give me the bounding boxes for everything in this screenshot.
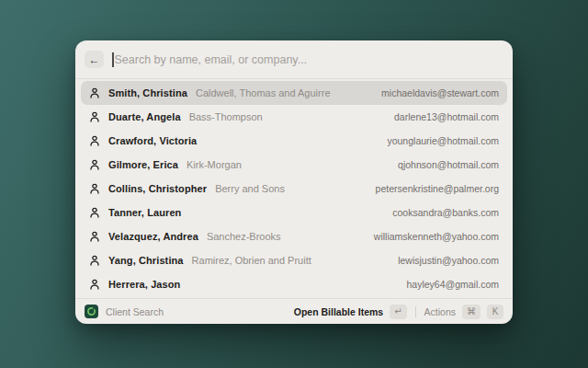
person-icon <box>89 87 100 98</box>
actions-button[interactable]: Actions <box>424 306 456 317</box>
footer-bar: Client Search Open Billable Items ↵ Acti… <box>75 298 513 324</box>
search-input[interactable] <box>115 53 503 66</box>
return-key-badge[interactable]: ↵ <box>390 305 406 319</box>
result-row[interactable]: Tanner, Lauren cooksandra@banks.com <box>81 201 507 224</box>
result-email: petersenkristine@palmer.org <box>376 183 499 194</box>
person-icon <box>89 207 100 218</box>
result-name: Collins, Christopher <box>108 183 207 194</box>
command-palette-window: ← Smith, Christina Caldwell, Thomas and … <box>75 40 513 324</box>
result-company: Ramirez, Obrien and Pruitt <box>192 255 311 266</box>
result-row[interactable]: Herrera, Jason hayley64@gmail.com <box>81 272 507 296</box>
result-email: darlene13@hotmail.com <box>394 111 499 122</box>
search-bar: ← <box>75 40 513 79</box>
result-email: younglaurie@hotmail.com <box>387 135 499 146</box>
result-row[interactable]: Smith, Christina Caldwell, Thomas and Ag… <box>81 81 507 105</box>
back-button[interactable]: ← <box>85 51 104 68</box>
result-email: michaeldavis@stewart.com <box>381 87 499 98</box>
person-icon <box>89 183 100 194</box>
result-name: Duarte, Angela <box>108 111 181 122</box>
footer-divider <box>415 306 416 317</box>
result-company: Caldwell, Thomas and Aguirre <box>196 87 331 98</box>
result-company: Bass-Thompson <box>189 111 263 122</box>
result-company: Kirk-Morgan <box>187 159 242 170</box>
result-row[interactable]: Collins, Christopher Berry and Sons pete… <box>81 177 507 201</box>
person-icon <box>89 231 100 242</box>
result-row[interactable]: Gilmore, Erica Kirk-Morgan qjohnson@hotm… <box>81 153 507 177</box>
k-key-badge[interactable]: K <box>487 305 503 319</box>
result-name: Tanner, Lauren <box>108 207 181 218</box>
person-icon <box>89 255 100 266</box>
result-email: qjohnson@hotmail.com <box>398 159 499 170</box>
result-email: lewisjustin@yahoo.com <box>398 255 499 266</box>
client-search-app-icon <box>85 305 98 318</box>
result-row[interactable]: Yang, Christina Ramirez, Obrien and Prui… <box>81 248 507 272</box>
footer-app-label: Client Search <box>106 306 164 317</box>
text-caret <box>112 52 114 67</box>
person-icon <box>89 111 100 122</box>
result-row[interactable]: Velazquez, Andrea Sanchez-Brooks william… <box>81 224 507 248</box>
result-company: Sanchez-Brooks <box>207 231 281 242</box>
result-name: Yang, Christina <box>108 255 184 266</box>
person-icon <box>89 159 100 170</box>
result-name: Smith, Christina <box>108 87 187 98</box>
person-icon <box>89 279 100 290</box>
arrow-left-icon: ← <box>89 54 100 65</box>
result-email: williamskenneth@yahoo.com <box>374 231 499 242</box>
cmd-key-badge[interactable]: ⌘ <box>462 305 481 319</box>
result-name: Herrera, Jason <box>108 279 180 290</box>
footer-actions: Open Billable Items ↵ Actions ⌘ K <box>294 305 503 319</box>
result-name: Crawford, Victoria <box>108 135 197 146</box>
result-name: Velazquez, Andrea <box>108 231 198 242</box>
open-billable-items-button[interactable]: Open Billable Items <box>294 306 383 317</box>
result-name: Gilmore, Erica <box>108 159 178 170</box>
person-icon <box>89 135 100 146</box>
results-list: Smith, Christina Caldwell, Thomas and Ag… <box>75 79 513 298</box>
result-company: Berry and Sons <box>215 183 285 194</box>
result-email: cooksandra@banks.com <box>392 207 499 218</box>
result-row[interactable]: Duarte, Angela Bass-Thompson darlene13@h… <box>81 105 507 129</box>
result-row[interactable]: Crawford, Victoria younglaurie@hotmail.c… <box>81 129 507 153</box>
result-email: hayley64@gmail.com <box>406 279 499 290</box>
